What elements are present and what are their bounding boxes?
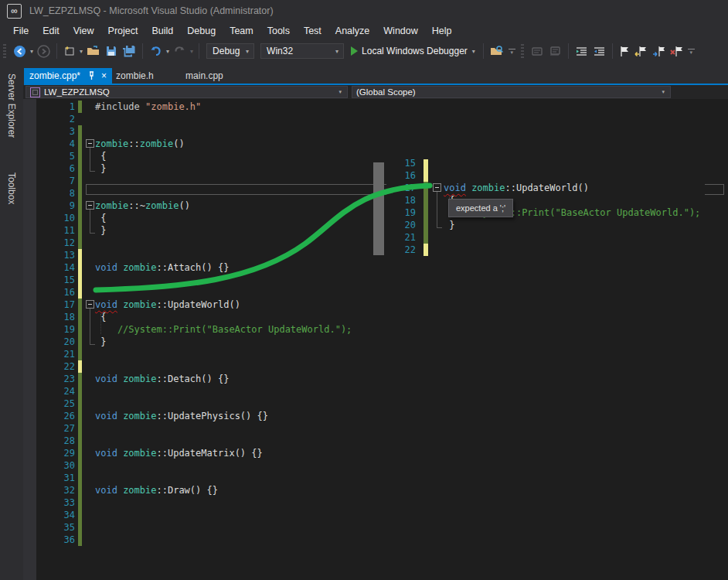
redo-button[interactable]: [172, 43, 188, 60]
uncomment-button[interactable]: [547, 43, 563, 60]
toggle-bookmark-button[interactable]: [617, 43, 631, 60]
code-line[interactable]: 36: [23, 534, 728, 546]
code-line[interactable]: 22: [23, 360, 728, 373]
solution-platform-combo[interactable]: Win32 ▾: [260, 43, 344, 59]
code-line[interactable]: 15: [23, 274, 728, 286]
close-tab-icon[interactable]: ×: [101, 70, 107, 81]
collapse-region-icon[interactable]: [433, 183, 441, 192]
code-line[interactable]: 16: [23, 286, 728, 299]
menu-team[interactable]: Team: [223, 22, 260, 40]
navigate-forward-button[interactable]: [36, 43, 52, 60]
code-line[interactable]: 29void zombie::UpdateMatrix() {}: [23, 447, 728, 459]
code-line[interactable]: 35: [23, 521, 728, 534]
code-line[interactable]: 34: [23, 509, 728, 521]
code-line[interactable]: 21: [23, 348, 728, 360]
code-line[interactable]: 15: [386, 159, 705, 169]
tab-main-cpp[interactable]: main.cpp: [182, 68, 247, 84]
code-token: ::UpdateMatrix() {}: [157, 448, 263, 459]
code-line[interactable]: 21: [386, 231, 705, 244]
change-tracking-bar: [424, 182, 428, 194]
code-line[interactable]: 18 {: [386, 194, 705, 206]
tab-zombie-cpp[interactable]: zombie.cpp* ×: [24, 68, 112, 84]
menu-test[interactable]: Test: [297, 22, 328, 40]
find-in-files-button[interactable]: [488, 43, 505, 60]
menu-file[interactable]: File: [6, 22, 36, 40]
navigate-backward-button[interactable]: [12, 43, 28, 60]
toolbar-overflow-button[interactable]: ▾: [509, 49, 515, 54]
change-tracking-bar: [424, 206, 428, 219]
code-line[interactable]: 18 {: [23, 311, 728, 323]
toolbar-grip[interactable]: [3, 44, 6, 58]
global-scope-combo[interactable]: (Global Scope) ▾: [352, 86, 671, 98]
tab-zombie-h[interactable]: zombie.h: [112, 68, 182, 84]
code-line[interactable]: 16: [386, 169, 705, 182]
change-tracking-bar: [424, 231, 428, 244]
next-bookmark-icon: [652, 46, 665, 57]
menu-debug[interactable]: Debug: [180, 22, 223, 40]
clear-bookmarks-button[interactable]: [668, 43, 685, 60]
code-line[interactable]: 27: [23, 422, 728, 435]
sidebar-item-toolbox[interactable]: Toolbox: [6, 172, 17, 204]
collapse-region-icon[interactable]: [86, 139, 94, 148]
decrease-indent-button[interactable]: [573, 43, 590, 60]
code-line[interactable]: 20 }: [23, 336, 728, 348]
code-line[interactable]: 24: [23, 385, 728, 397]
code-line[interactable]: 26void zombie::UpdatePhysics() {}: [23, 410, 728, 422]
code-line[interactable]: 31: [23, 472, 728, 484]
redo-dropdown-caret[interactable]: ▾: [190, 48, 193, 55]
code-line[interactable]: 30: [23, 459, 728, 472]
code-token: "zombie.h": [145, 101, 201, 112]
menu-build[interactable]: Build: [145, 22, 180, 40]
collapse-region-icon[interactable]: [86, 201, 94, 210]
change-tracking-bar: [78, 175, 82, 187]
code-line[interactable]: 25: [23, 397, 728, 410]
line-number: 17: [386, 182, 416, 194]
solution-configuration-combo[interactable]: Debug ▾: [206, 43, 254, 59]
code-line[interactable]: 20 }: [386, 219, 705, 231]
code-line[interactable]: 22: [386, 244, 705, 256]
code-line[interactable]: 1#include "zombie.h": [23, 101, 728, 113]
code-line[interactable]: 3: [23, 125, 728, 138]
code-line[interactable]: 28: [23, 435, 728, 447]
change-tracking-bar: [78, 496, 82, 509]
change-tracking-bar: [78, 534, 82, 546]
code-line[interactable]: 17void zombie::UpdateWorld(): [386, 182, 705, 194]
start-debugging-button[interactable]: Local Windows Debugger ▾: [348, 43, 478, 60]
menu-help[interactable]: Help: [425, 22, 459, 40]
code-line[interactable]: 19 //System::Print("BaseActor UpdateWorl…: [23, 323, 728, 336]
code-line[interactable]: 4zombie::zombie(): [23, 138, 728, 150]
code-line[interactable]: 19 //System::Print("BaseActor UpdateWorl…: [386, 206, 705, 219]
collapse-region-icon[interactable]: [86, 300, 94, 309]
save-button[interactable]: [104, 43, 119, 60]
previous-bookmark-button[interactable]: [633, 43, 649, 60]
toolbar-grip[interactable]: [521, 44, 524, 58]
code-line[interactable]: 32void zombie::Draw() {}: [23, 484, 728, 496]
code-token: void: [95, 262, 117, 273]
menu-analyze[interactable]: Analyze: [328, 22, 376, 40]
code-line[interactable]: 2: [23, 113, 728, 125]
increase-indent-button[interactable]: [591, 43, 607, 60]
toolbar-overflow-button[interactable]: ▾: [688, 49, 695, 54]
code-line[interactable]: 14void zombie::Attach() {}: [23, 261, 728, 274]
undo-dropdown-caret[interactable]: ▾: [166, 48, 169, 55]
undo-button[interactable]: [148, 43, 164, 60]
save-all-button[interactable]: [121, 43, 138, 60]
code-line[interactable]: 23void zombie::Detach() {}: [23, 373, 728, 385]
code-editor[interactable]: 1#include "zombie.h"234zombie::zombie()5…: [23, 99, 728, 580]
code-line[interactable]: 17void zombie::UpdateWorld(): [23, 299, 728, 311]
menu-window[interactable]: Window: [376, 22, 424, 40]
sidebar-item-server-explorer[interactable]: Server Explorer: [6, 73, 17, 138]
code-line[interactable]: 33: [23, 496, 728, 509]
back-dropdown-caret[interactable]: ▾: [30, 48, 33, 55]
new-item-button[interactable]: [62, 43, 77, 60]
save-icon: [105, 45, 117, 57]
menu-edit[interactable]: Edit: [36, 22, 66, 40]
project-scope-combo[interactable]: LW_EZPZLMSQ ▾: [26, 86, 348, 98]
menu-project[interactable]: Project: [101, 22, 145, 40]
menu-view[interactable]: View: [66, 22, 101, 40]
next-bookmark-button[interactable]: [651, 43, 667, 60]
menu-tools[interactable]: Tools: [260, 22, 297, 40]
new-item-dropdown-caret[interactable]: ▾: [80, 48, 83, 55]
open-file-button[interactable]: [85, 43, 102, 60]
comment-button[interactable]: [529, 43, 546, 60]
